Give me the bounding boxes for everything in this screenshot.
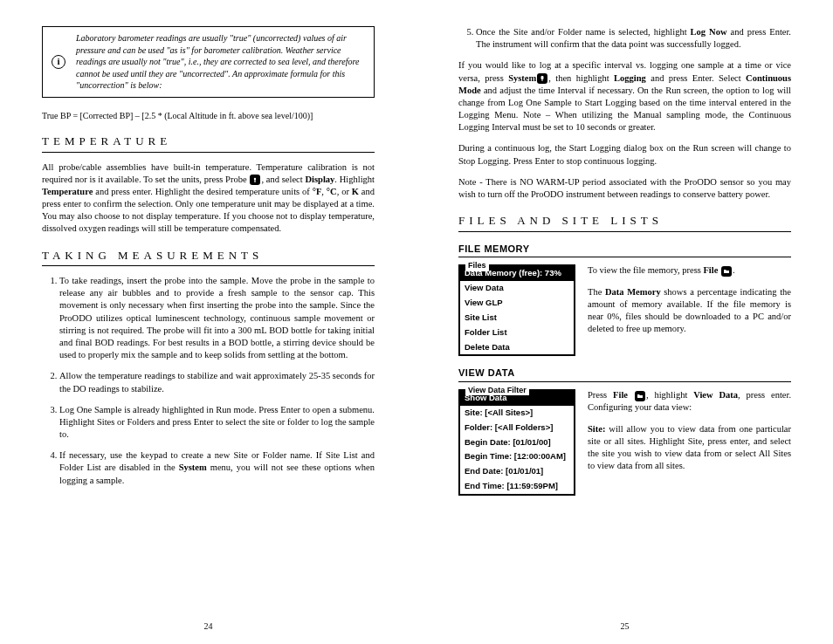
temperature-paragraph: All probe/cable assemblies have built-in… bbox=[42, 161, 375, 236]
logging-interval-paragraph: If you would like to log at a specific i… bbox=[458, 59, 791, 134]
heading-taking-measurements: Taking Measurements bbox=[42, 248, 375, 267]
file-icon bbox=[721, 266, 732, 277]
menu-row: View GLP bbox=[460, 296, 574, 311]
step-4: If necessary, use the keypad to create a… bbox=[59, 449, 375, 487]
step-3: Log One Sample is already highlighted in… bbox=[59, 404, 375, 442]
continuous-log-paragraph: During a continuous log, the Start Loggi… bbox=[458, 142, 791, 167]
step-2: Allow the temperature readings to stabil… bbox=[59, 370, 375, 394]
menu-row: Folder: [<All Folders>] bbox=[460, 421, 574, 435]
files-menu-legend: Files bbox=[465, 260, 489, 271]
menu-row: End Time: [11:59:59PM] bbox=[460, 479, 574, 494]
page-right: Once the Site and/or Folder name is sele… bbox=[416, 0, 833, 644]
step-5: Once the Site and/or Folder name is sele… bbox=[476, 26, 791, 51]
file-memory-description: To view the file memory, press File . Th… bbox=[588, 264, 791, 344]
svg-point-0 bbox=[254, 178, 256, 180]
measurement-steps: To take readings, insert the probe into … bbox=[42, 275, 375, 487]
menu-row: Site List bbox=[460, 311, 574, 325]
svg-rect-3 bbox=[542, 79, 543, 81]
measurement-steps-cont: Once the Site and/or Folder name is sele… bbox=[458, 26, 791, 51]
info-text: Laboratory barometer readings are usuall… bbox=[76, 32, 365, 92]
view-data-description: Press File , highlight View Data, press … bbox=[588, 389, 791, 481]
menu-row: Folder List bbox=[460, 325, 574, 340]
view-data-block: View Data Filter Show Data Site: [<All S… bbox=[458, 389, 791, 496]
step-1: To take readings, insert the probe into … bbox=[59, 275, 375, 361]
files-menu-screenshot: Files Data Memory (free): 73% View Data … bbox=[458, 264, 575, 356]
subheading-file-memory: File Memory bbox=[458, 243, 791, 258]
menu-row: End Date: [01/01/01] bbox=[460, 464, 574, 479]
menu-row: Site: [<All Sites>] bbox=[460, 406, 574, 421]
file-memory-block: Files Data Memory (free): 73% View Data … bbox=[458, 264, 791, 356]
probe-icon bbox=[250, 175, 260, 185]
info-callout: i Laboratory barometer readings are usua… bbox=[42, 26, 375, 98]
warmup-note-paragraph: Note - There is NO WARM-UP period associ… bbox=[458, 176, 791, 201]
menu-row: View Data bbox=[460, 281, 574, 296]
view-data-menu-legend: View Data Filter bbox=[465, 385, 529, 395]
page-number-left: 24 bbox=[0, 620, 416, 633]
view-data-menu-screenshot: View Data Filter Show Data Site: [<All S… bbox=[458, 389, 575, 496]
system-icon bbox=[537, 73, 547, 84]
menu-row: Begin Time: [12:00:00AM] bbox=[460, 449, 574, 464]
svg-rect-2 bbox=[541, 76, 544, 79]
menu-row: Begin Date: [01/01/00] bbox=[460, 435, 574, 450]
subheading-view-data: View Data bbox=[458, 367, 791, 382]
heading-files-site-lists: Files and Site Lists bbox=[458, 213, 791, 232]
file-icon bbox=[635, 391, 645, 401]
info-icon: i bbox=[52, 55, 65, 69]
page-number-right: 25 bbox=[416, 620, 833, 633]
menu-row: Delete Data bbox=[460, 340, 574, 355]
formula-text: True BP = [Corrected BP] – [2.5 * (Local… bbox=[42, 110, 375, 122]
heading-temperature: Temperature bbox=[42, 134, 375, 153]
page-left: i Laboratory barometer readings are usua… bbox=[0, 0, 416, 644]
svg-rect-1 bbox=[255, 180, 256, 182]
